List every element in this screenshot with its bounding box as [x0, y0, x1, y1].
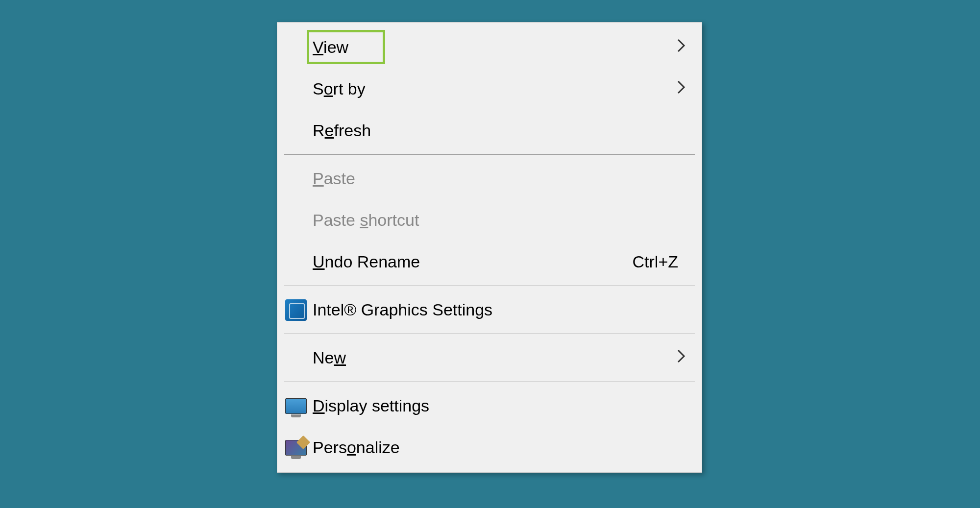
menu-item-label: Undo Rename	[313, 252, 633, 271]
menu-item-label: Refresh	[313, 121, 688, 140]
menu-item-shortcut: Ctrl+Z	[633, 252, 679, 271]
menu-item-undo-rename[interactable]: Undo Rename Ctrl+Z	[277, 241, 702, 283]
menu-item-label: Sort by	[313, 79, 688, 98]
menu-item-paste-shortcut: Paste shortcut	[277, 199, 702, 241]
menu-item-personalize[interactable]: Personalize	[277, 427, 702, 468]
menu-separator	[284, 154, 695, 155]
menu-item-label: New	[313, 348, 688, 367]
menu-item-refresh[interactable]: Refresh	[277, 110, 702, 151]
menu-item-sort-by[interactable]: Sort by	[277, 68, 702, 110]
menu-item-view[interactable]: View	[277, 26, 702, 68]
menu-item-label: View	[313, 38, 688, 57]
menu-item-label: Paste	[313, 169, 688, 188]
menu-separator	[284, 286, 695, 286]
chevron-right-icon	[676, 37, 686, 58]
menu-separator	[284, 382, 695, 382]
menu-item-new[interactable]: New	[277, 337, 702, 379]
chevron-right-icon	[676, 347, 686, 368]
personalize-icon	[284, 436, 308, 460]
menu-item-label: Display settings	[313, 396, 688, 415]
chevron-right-icon	[676, 78, 686, 99]
menu-item-label: Personalize	[313, 438, 688, 457]
menu-separator	[284, 334, 695, 334]
display-icon	[284, 394, 308, 418]
desktop-context-menu: View Sort by Refresh Paste Paste shortcu…	[277, 22, 702, 473]
intel-graphics-icon	[284, 298, 308, 322]
menu-item-display-settings[interactable]: Display settings	[277, 385, 702, 427]
menu-item-intel-graphics[interactable]: Intel® Graphics Settings	[277, 289, 702, 331]
menu-item-paste: Paste	[277, 158, 702, 199]
menu-item-label: Intel® Graphics Settings	[313, 300, 688, 319]
menu-item-label: Paste shortcut	[313, 211, 688, 230]
